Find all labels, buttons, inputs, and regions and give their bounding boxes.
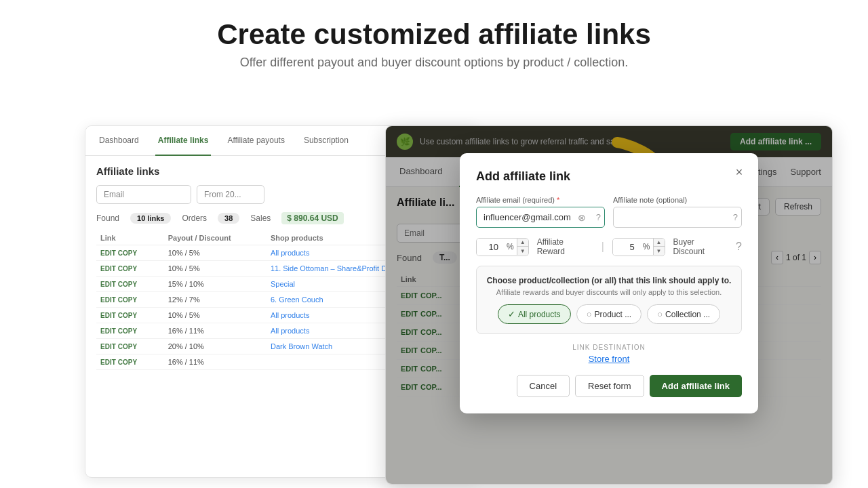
bg-edit-btn[interactable]: EDIT	[100, 343, 116, 350]
modal-product-section-subtitle: Affiliate rewards and buyer discounts wi…	[486, 288, 732, 296]
bg-copy-btn[interactable]: COPY	[118, 249, 137, 257]
modal-affiliate-reward-input[interactable]	[477, 239, 504, 256]
bg-edit-btn[interactable]: EDIT	[100, 359, 116, 366]
bg-sales-label: Sales	[250, 214, 271, 223]
bg-nav-payouts[interactable]: Affiliate payouts	[224, 126, 288, 156]
add-affiliate-link-modal: Add affiliate link × Affiliate email (re…	[460, 153, 758, 413]
circle-icon: ○	[657, 309, 663, 319]
modal-note-label: Affiliate note (optional)	[613, 196, 742, 204]
modal-link-destination: LINK DESTINATION Store front	[476, 344, 742, 364]
bg-product-link[interactable]: 11. Side Ottoman – Share&Profit Demo	[271, 264, 401, 272]
bg-found-count: 10 links	[130, 213, 171, 224]
bg-copy-btn[interactable]: COPY	[118, 359, 137, 366]
modal-link-dest-label: LINK DESTINATION	[476, 344, 742, 351]
circle-icon: ○	[587, 309, 592, 319]
modal-buyer-discount-input-wrap: % ▲ ▼	[612, 238, 665, 256]
bg-payout-cell: 15% / 10%	[164, 277, 267, 292]
bg-copy-btn[interactable]: COPY	[118, 343, 137, 350]
bg-edit-btn[interactable]: EDIT	[100, 281, 116, 288]
bg-payout-cell: 10% / 5%	[164, 308, 267, 323]
modal-affiliate-reward-group: % ▲ ▼	[476, 238, 529, 256]
modal-email-group: Affiliate email (required) * ⊗ ?	[476, 196, 605, 228]
bg-edit-btn[interactable]: EDIT	[100, 296, 116, 304]
bg-copy-btn[interactable]: COPY	[118, 312, 137, 319]
bg-payout-cell: 16% / 11%	[164, 323, 267, 339]
bg-product-link[interactable]: All products	[271, 327, 309, 335]
modal-buyer-discount-up[interactable]: ▲	[654, 239, 665, 247]
modal-link-dest-value[interactable]: Store front	[476, 354, 742, 364]
modal-footer: Cancel Reset form Add affiliate link	[476, 375, 742, 397]
bg-edit-btn[interactable]: EDIT	[100, 265, 116, 272]
modal-affiliate-reward-label: Affiliate Reward	[537, 237, 593, 256]
modal-email-note-row: Affiliate email (required) * ⊗ ? Affilia…	[476, 196, 742, 228]
bg-email-input[interactable]	[96, 185, 191, 204]
modal-collection-button[interactable]: ○ Collection ...	[647, 304, 720, 324]
bg-product-link[interactable]: 6. Green Couch	[271, 296, 323, 304]
modal-divider: |	[601, 241, 604, 253]
modal-affiliate-reward-input-wrap: % ▲ ▼	[476, 238, 529, 256]
bg-payout-cell: 10% / 5%	[164, 261, 267, 277]
bg-nav-affiliate-links[interactable]: Affiliate links	[155, 126, 212, 156]
modal-close-button[interactable]: ×	[731, 164, 747, 180]
bg-payout-cell: 12% / 7%	[164, 292, 267, 308]
bg-col-payout: Payout / Discount	[164, 231, 267, 245]
bg-col-link: Link	[96, 231, 164, 245]
bg-product-link[interactable]: Dark Brown Watch	[271, 342, 332, 350]
foreground-panel: 🌿 Use custom affiliate links to grow ref…	[385, 125, 833, 485]
modal-note-group: Affiliate note (optional) ?	[613, 196, 742, 228]
modal-buyer-discount-group: % ▲ ▼	[612, 238, 665, 256]
modal-note-help-icon[interactable]: ?	[733, 212, 738, 222]
modal-cancel-button[interactable]: Cancel	[517, 375, 570, 397]
bg-copy-btn[interactable]: COPY	[118, 281, 137, 288]
modal-affiliate-reward-stepper: ▲ ▼	[517, 239, 528, 255]
modal-all-products-button[interactable]: ✓ All products	[498, 304, 571, 324]
bg-edit-btn[interactable]: EDIT	[100, 249, 116, 257]
modal-product-button[interactable]: ○ Product ...	[576, 304, 642, 324]
modal-email-input-wrapper: ⊗ ?	[476, 207, 605, 228]
modal-affiliate-reward-down[interactable]: ▼	[517, 247, 528, 255]
modal-note-input-wrapper: ?	[613, 207, 742, 228]
modal-buyer-discount-label: Buyer Discount	[673, 237, 728, 256]
modal-add-button[interactable]: Add affiliate link	[650, 375, 742, 397]
bg-product-link[interactable]: Special	[271, 280, 295, 288]
bg-nav-subscription[interactable]: Subscription	[301, 126, 351, 156]
bg-edit-btn[interactable]: EDIT	[100, 327, 116, 335]
bg-product-link[interactable]: All products	[271, 311, 309, 319]
bg-date-filter[interactable]	[197, 185, 264, 204]
modal-email-help-icon[interactable]: ?	[596, 212, 601, 222]
modal-buyer-discount-stepper: ▲ ▼	[653, 239, 665, 255]
bg-copy-btn[interactable]: COPY	[118, 296, 137, 304]
modal-buyer-discount-help-icon[interactable]: ?	[736, 241, 742, 253]
modal-buyer-discount-pct: %	[640, 242, 653, 251]
modal-overlay: Add affiliate link × Affiliate email (re…	[386, 126, 832, 484]
hero-section: Create customized affiliate links Offer …	[0, 0, 868, 83]
modal-email-label: Affiliate email (required) *	[476, 196, 605, 204]
bg-payout-cell: 16% / 11%	[164, 354, 267, 370]
modal-title: Add affiliate link	[476, 169, 742, 184]
bg-orders-count: 38	[218, 213, 239, 224]
checkmark-icon: ✓	[508, 309, 515, 319]
bg-orders-label: Orders	[182, 214, 207, 223]
modal-email-clear-icon[interactable]: ⊗	[578, 212, 586, 223]
modal-required-star: *	[557, 196, 559, 204]
modal-product-section-title: Choose product/collection (or all) that …	[486, 276, 732, 285]
modal-reward-row: % ▲ ▼ Affiliate Reward | % ▲	[476, 237, 742, 256]
bg-product-link[interactable]: All products	[271, 249, 309, 257]
bg-nav-dashboard[interactable]: Dashboard	[96, 126, 142, 156]
bg-sales-value: $ 890.64 USD	[281, 212, 343, 224]
hero-title: Create customized affiliate links	[0, 19, 868, 50]
bg-found-label: Found	[96, 214, 119, 223]
modal-buyer-discount-input[interactable]	[613, 239, 640, 256]
hero-subtitle: Offer different payout and buyer discoun…	[0, 56, 868, 70]
modal-product-section: Choose product/collection (or all) that …	[476, 266, 742, 334]
bg-payout-cell: 20% / 10%	[164, 339, 267, 354]
modal-affiliate-reward-up[interactable]: ▲	[517, 239, 528, 247]
modal-reset-button[interactable]: Reset form	[575, 375, 644, 397]
bg-copy-btn[interactable]: COPY	[118, 327, 137, 335]
modal-product-btn-row: ✓ All products ○ Product ... ○ Collectio…	[486, 304, 732, 324]
bg-payout-cell: 10% / 5%	[164, 245, 267, 261]
bg-edit-btn[interactable]: EDIT	[100, 312, 116, 319]
modal-buyer-discount-down[interactable]: ▼	[654, 247, 665, 255]
bg-copy-btn[interactable]: COPY	[118, 265, 137, 272]
modal-note-input[interactable]	[613, 207, 742, 228]
